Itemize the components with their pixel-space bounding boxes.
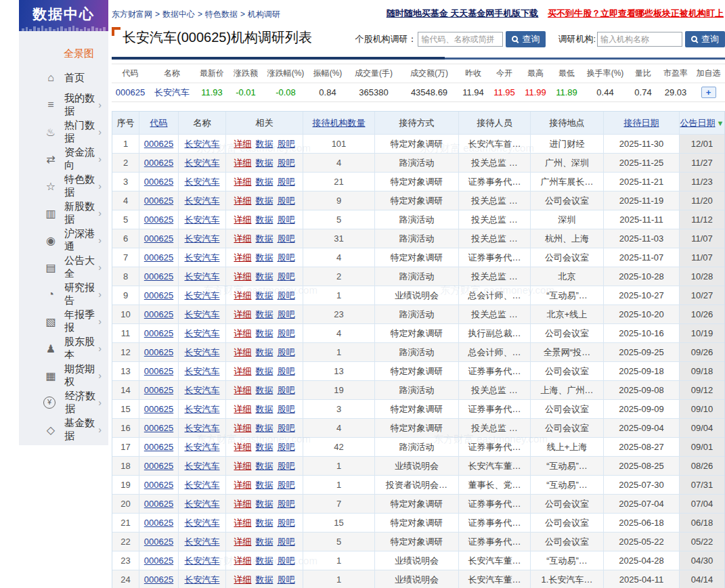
data-link[interactable]: 数据 bbox=[256, 233, 273, 245]
guba-link[interactable]: 股吧 bbox=[278, 460, 295, 472]
breadcrumb-item-1[interactable]: 数据中心 bbox=[162, 9, 195, 19]
sort-link[interactable]: 接待日期 bbox=[624, 117, 659, 129]
guba-link[interactable]: 股吧 bbox=[278, 479, 295, 491]
sidebar-item-fund-flow[interactable]: ⇄资金流向› bbox=[19, 145, 108, 173]
detail-link[interactable]: 详细 bbox=[234, 157, 252, 169]
guba-link[interactable]: 股吧 bbox=[278, 441, 295, 453]
add-to-watchlist-button[interactable]: + bbox=[701, 87, 716, 98]
sort-link[interactable]: 公告日期 bbox=[680, 117, 716, 129]
detail-link[interactable]: 详细 bbox=[234, 195, 252, 207]
data-link[interactable]: 数据 bbox=[256, 574, 273, 586]
stock-name-link[interactable]: 长安汽车 bbox=[185, 422, 220, 434]
sidebar-item-annual-report[interactable]: ▧年报季报› bbox=[19, 308, 108, 335]
stock-code-link[interactable]: 000625 bbox=[144, 385, 173, 395]
stock-name-link[interactable]: 长安汽车 bbox=[185, 555, 220, 567]
data-link[interactable]: 数据 bbox=[256, 498, 273, 510]
stock-name-link[interactable]: 长安汽车 bbox=[185, 271, 220, 283]
stock-name-link[interactable]: 长安汽车 bbox=[185, 403, 220, 415]
data-link[interactable]: 数据 bbox=[256, 479, 273, 491]
stock-code-link[interactable]: 000625 bbox=[144, 252, 173, 263]
data-link[interactable]: 数据 bbox=[256, 195, 273, 207]
sidebar-item-futures-options[interactable]: ▦期货期权› bbox=[19, 362, 108, 389]
detail-link[interactable]: 详细 bbox=[234, 290, 252, 302]
guba-link[interactable]: 股吧 bbox=[278, 327, 295, 340]
data-link[interactable]: 数据 bbox=[256, 157, 273, 169]
stock-code-link[interactable]: 000625 bbox=[144, 214, 173, 225]
detail-link[interactable]: 详细 bbox=[234, 536, 252, 548]
guba-link[interactable]: 股吧 bbox=[278, 252, 295, 264]
stock-code-link[interactable]: 000625 bbox=[144, 328, 173, 338]
stock-code-link[interactable]: 000625 bbox=[144, 271, 173, 281]
sidebar-item-my-data[interactable]: ≡我的数据› bbox=[19, 91, 108, 118]
breadcrumb-item-0[interactable]: 东方财富网 bbox=[112, 9, 152, 19]
stock-code-link[interactable]: 000625 bbox=[144, 480, 173, 490]
detail-link[interactable]: 详细 bbox=[234, 441, 252, 453]
guba-link[interactable]: 股吧 bbox=[278, 365, 295, 378]
sidebar-item-hk-connect[interactable]: ◉沪深港通› bbox=[19, 227, 108, 254]
stock-name-link[interactable]: 长安汽车 bbox=[185, 327, 220, 340]
stock-code-link[interactable]: 000625 bbox=[144, 518, 173, 528]
stock-code-link[interactable]: 000625 bbox=[144, 556, 173, 566]
sidebar-item-fund-data[interactable]: ◇基金数据› bbox=[19, 416, 108, 443]
data-link[interactable]: 数据 bbox=[256, 365, 273, 378]
stock-code-link[interactable]: 000625 bbox=[144, 366, 173, 376]
data-link[interactable]: 数据 bbox=[256, 441, 273, 453]
guba-link[interactable]: 股吧 bbox=[278, 403, 295, 415]
stock-code-link[interactable]: 000625 bbox=[144, 404, 173, 414]
stock-search-input[interactable] bbox=[418, 32, 503, 47]
stock-name-link[interactable]: 长安汽车 bbox=[185, 346, 220, 359]
detail-link[interactable]: 详细 bbox=[234, 252, 252, 264]
sort-link[interactable]: 代码 bbox=[150, 117, 168, 129]
detail-link[interactable]: 详细 bbox=[234, 327, 252, 340]
sort-link[interactable]: 接待机构数量 bbox=[313, 117, 366, 129]
data-link[interactable]: 数据 bbox=[256, 346, 273, 359]
detail-link[interactable]: 详细 bbox=[234, 176, 252, 188]
stock-name-link[interactable]: 长安汽车 bbox=[185, 365, 220, 378]
data-link[interactable]: 数据 bbox=[256, 327, 273, 340]
guba-link[interactable]: 股吧 bbox=[278, 517, 295, 529]
stock-code-link[interactable]: 000625 bbox=[144, 499, 173, 509]
stock-code-link[interactable]: 000625 bbox=[144, 423, 173, 433]
detail-link[interactable]: 详细 bbox=[234, 460, 252, 472]
detail-link[interactable]: 详细 bbox=[234, 498, 252, 510]
detail-link[interactable]: 详细 bbox=[234, 214, 252, 226]
data-link[interactable]: 数据 bbox=[256, 176, 273, 188]
stock-name-link[interactable]: 长安汽车 bbox=[185, 233, 220, 245]
stock-code-link[interactable]: 000625 bbox=[144, 347, 173, 357]
column-header-9[interactable]: 公告日期▼ bbox=[680, 112, 724, 134]
detail-link[interactable]: 详细 bbox=[234, 233, 252, 245]
detail-link[interactable]: 详细 bbox=[234, 309, 252, 321]
data-link[interactable]: 数据 bbox=[256, 460, 273, 472]
stock-name-link[interactable]: 长安汽车 bbox=[185, 176, 220, 188]
stock-code-link[interactable]: 000625 bbox=[144, 574, 173, 585]
guba-link[interactable]: 股吧 bbox=[278, 214, 295, 226]
data-link[interactable]: 数据 bbox=[256, 555, 273, 567]
stock-code-link[interactable]: 000625 bbox=[144, 290, 173, 300]
guba-link[interactable]: 股吧 bbox=[278, 384, 295, 397]
data-link[interactable]: 数据 bbox=[256, 309, 273, 321]
quote-value[interactable]: 长安汽车 bbox=[154, 87, 190, 99]
guba-link[interactable]: 股吧 bbox=[278, 271, 295, 283]
guba-link[interactable]: 股吧 bbox=[278, 498, 295, 510]
column-header-1[interactable]: 代码 bbox=[139, 112, 179, 134]
stock-code-link[interactable]: 000625 bbox=[144, 139, 173, 149]
sidebar-item-new-stock-data[interactable]: ▥新股数据› bbox=[19, 200, 108, 227]
stock-name-link[interactable]: 长安汽车 bbox=[185, 195, 220, 207]
guba-link[interactable]: 股吧 bbox=[278, 346, 295, 359]
data-link[interactable]: 数据 bbox=[256, 422, 273, 434]
stock-code-link[interactable]: 000625 bbox=[144, 177, 173, 187]
stock-code-link[interactable]: 000625 bbox=[144, 442, 173, 452]
data-link[interactable]: 数据 bbox=[256, 536, 273, 548]
data-link[interactable]: 数据 bbox=[256, 271, 273, 283]
guba-link[interactable]: 股吧 bbox=[278, 536, 295, 548]
guba-link[interactable]: 股吧 bbox=[278, 195, 295, 207]
detail-link[interactable]: 详细 bbox=[234, 365, 252, 378]
stock-name-link[interactable]: 长安汽车 bbox=[185, 517, 220, 529]
sidebar-item-featured-data[interactable]: ☆特色数据› bbox=[19, 173, 108, 200]
stock-search-button[interactable]: 查询 bbox=[506, 31, 546, 47]
detail-link[interactable]: 详细 bbox=[234, 517, 252, 529]
stock-name-link[interactable]: 长安汽车 bbox=[185, 460, 220, 472]
stock-name-link[interactable]: 长安汽车 bbox=[185, 252, 220, 264]
stock-code-link[interactable]: 000625 bbox=[144, 537, 173, 547]
stock-code-link[interactable]: 000625 bbox=[144, 233, 173, 244]
